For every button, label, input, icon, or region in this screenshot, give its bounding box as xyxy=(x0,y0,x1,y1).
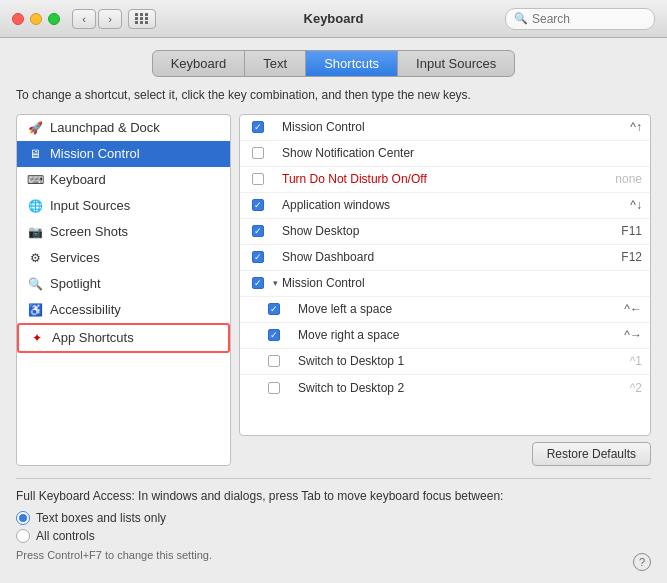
full-keyboard-access-title: Full Keyboard Access: In windows and dia… xyxy=(16,489,651,503)
tab-keyboard[interactable]: Keyboard xyxy=(153,51,246,76)
checkbox-show-dashboard[interactable] xyxy=(252,251,264,263)
check-cell[interactable] xyxy=(248,199,268,211)
sidebar-item-services[interactable]: ⚙ Services xyxy=(17,245,230,271)
shortcut-key: F11 xyxy=(621,224,642,238)
restore-btn-row: Restore Defaults xyxy=(239,442,651,466)
tab-shortcuts[interactable]: Shortcuts xyxy=(306,51,398,76)
shortcut-row-mission-control[interactable]: Mission Control ^↑ xyxy=(240,115,650,141)
bottom-section: Full Keyboard Access: In windows and dia… xyxy=(16,478,651,571)
minimize-button[interactable] xyxy=(30,13,42,25)
checkbox-desktop-1[interactable] xyxy=(268,355,280,367)
sidebar-item-app-shortcuts[interactable]: ✦ App Shortcuts xyxy=(17,323,230,353)
close-button[interactable] xyxy=(12,13,24,25)
shortcut-row-show-dashboard[interactable]: Show Dashboard F12 xyxy=(240,245,650,271)
expand-icon[interactable]: ▾ xyxy=(268,278,282,288)
maximize-button[interactable] xyxy=(48,13,60,25)
checkbox-desktop-2[interactable] xyxy=(268,382,280,394)
shortcut-label: Switch to Desktop 2 xyxy=(298,381,630,395)
checkbox-move-right[interactable] xyxy=(268,329,280,341)
back-button[interactable]: ‹ xyxy=(72,9,96,29)
shortcut-row-desktop-1[interactable]: Switch to Desktop 1 ^1 xyxy=(240,349,650,375)
titlebar: ‹ › Keyboard 🔍 xyxy=(0,0,667,38)
grid-icon xyxy=(135,13,149,24)
radio-circle-text-boxes[interactable] xyxy=(16,511,30,525)
shortcut-label: Turn Do Not Disturb On/Off xyxy=(282,172,615,186)
window-title: Keyboard xyxy=(304,11,364,26)
shortcut-row-move-left[interactable]: Move left a space ^← xyxy=(240,297,650,323)
forward-button[interactable]: › xyxy=(98,9,122,29)
shortcut-key: ^→ xyxy=(624,328,642,342)
shortcut-row-app-windows[interactable]: Application windows ^↓ xyxy=(240,193,650,219)
shortcut-label: Show Dashboard xyxy=(282,250,621,264)
checkbox-move-left[interactable] xyxy=(268,303,280,315)
check-cell[interactable] xyxy=(264,355,284,367)
sidebar-item-label: Screen Shots xyxy=(50,224,128,239)
grid-button[interactable] xyxy=(128,9,156,29)
sidebar-item-label: Launchpad & Dock xyxy=(50,120,160,135)
shortcut-label: Switch to Desktop 1 xyxy=(298,354,630,368)
main-content: Keyboard Text Shortcuts Input Sources To… xyxy=(0,38,667,583)
restore-defaults-button[interactable]: Restore Defaults xyxy=(532,442,651,466)
check-cell[interactable] xyxy=(264,329,284,341)
sidebar: 🚀 Launchpad & Dock 🖥 Mission Control ⌨ K… xyxy=(16,114,231,466)
checkbox-dnd[interactable] xyxy=(252,173,264,185)
tab-input-sources[interactable]: Input Sources xyxy=(398,51,514,76)
radio-label-all-controls: All controls xyxy=(36,529,95,543)
tab-text[interactable]: Text xyxy=(245,51,306,76)
check-cell[interactable] xyxy=(248,251,268,263)
radio-circle-all-controls[interactable] xyxy=(16,529,30,543)
input-sources-icon: 🌐 xyxy=(27,198,43,214)
sidebar-item-launchpad[interactable]: 🚀 Launchpad & Dock xyxy=(17,115,230,141)
right-panel: Mission Control ^↑ Show Notification Cen… xyxy=(231,114,651,466)
sidebar-item-accessibility[interactable]: ♿ Accessibility xyxy=(17,297,230,323)
shortcut-key: ^↓ xyxy=(630,198,642,212)
sidebar-item-label: Keyboard xyxy=(50,172,106,187)
sidebar-item-mission-control[interactable]: 🖥 Mission Control xyxy=(17,141,230,167)
checkbox-mission-control-sub[interactable] xyxy=(252,277,264,289)
instruction-text: To change a shortcut, select it, click t… xyxy=(16,87,651,104)
shortcut-row-show-desktop[interactable]: Show Desktop F11 xyxy=(240,219,650,245)
shortcut-row-notification[interactable]: Show Notification Center xyxy=(240,141,650,167)
shortcut-key: F12 xyxy=(621,250,642,264)
traffic-lights xyxy=(12,13,60,25)
content-area: 🚀 Launchpad & Dock 🖥 Mission Control ⌨ K… xyxy=(16,114,651,466)
sidebar-item-label: Accessibility xyxy=(50,302,121,317)
checkbox-show-desktop[interactable] xyxy=(252,225,264,237)
radio-text-boxes[interactable]: Text boxes and lists only xyxy=(16,511,651,525)
mission-control-icon: 🖥 xyxy=(27,146,43,162)
shortcut-row-mission-control-sub[interactable]: ▾ Mission Control xyxy=(240,271,650,297)
sidebar-item-keyboard[interactable]: ⌨ Keyboard xyxy=(17,167,230,193)
sidebar-item-input-sources[interactable]: 🌐 Input Sources xyxy=(17,193,230,219)
checkbox-notification[interactable] xyxy=(252,147,264,159)
keyboard-icon: ⌨ xyxy=(27,172,43,188)
help-button[interactable]: ? xyxy=(633,553,651,571)
shortcuts-list: Mission Control ^↑ Show Notification Cen… xyxy=(239,114,651,436)
check-cell[interactable] xyxy=(264,303,284,315)
search-box[interactable]: 🔍 xyxy=(505,8,655,30)
sidebar-item-screenshots[interactable]: 📷 Screen Shots xyxy=(17,219,230,245)
checkbox-mission-control[interactable] xyxy=(252,121,264,133)
shortcut-row-move-right[interactable]: Move right a space ^→ xyxy=(240,323,650,349)
sidebar-item-label: Spotlight xyxy=(50,276,101,291)
shortcut-label: Move left a space xyxy=(298,302,624,316)
shortcut-key: ^1 xyxy=(630,354,642,368)
check-cell[interactable] xyxy=(248,121,268,133)
check-cell[interactable] xyxy=(248,225,268,237)
radio-all-controls[interactable]: All controls xyxy=(16,529,651,543)
sidebar-item-label: Input Sources xyxy=(50,198,130,213)
checkbox-app-windows[interactable] xyxy=(252,199,264,211)
check-cell[interactable] xyxy=(248,277,268,289)
check-cell[interactable] xyxy=(248,173,268,185)
tab-group: Keyboard Text Shortcuts Input Sources xyxy=(152,50,516,77)
shortcut-label: Mission Control xyxy=(282,120,630,134)
sidebar-item-spotlight[interactable]: 🔍 Spotlight xyxy=(17,271,230,297)
search-input[interactable] xyxy=(532,12,646,26)
shortcut-row-dnd[interactable]: Turn Do Not Disturb On/Off none xyxy=(240,167,650,193)
radio-group: Text boxes and lists only All controls xyxy=(16,511,651,543)
check-cell[interactable] xyxy=(264,382,284,394)
tabs-container: Keyboard Text Shortcuts Input Sources xyxy=(16,50,651,77)
spotlight-icon: 🔍 xyxy=(27,276,43,292)
screenshots-icon: 📷 xyxy=(27,224,43,240)
shortcut-row-desktop-2[interactable]: Switch to Desktop 2 ^2 xyxy=(240,375,650,401)
check-cell[interactable] xyxy=(248,147,268,159)
